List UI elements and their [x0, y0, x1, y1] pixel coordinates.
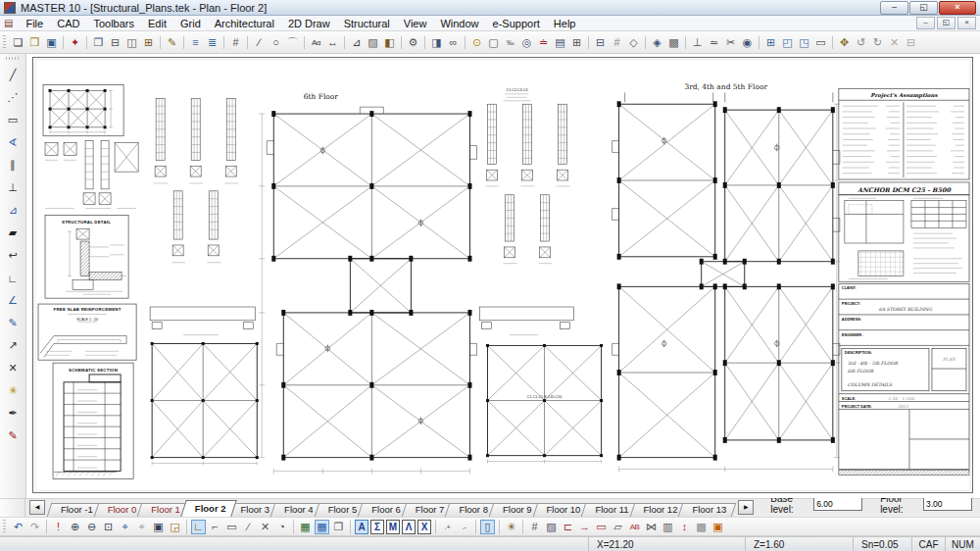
menu-architectural[interactable]: Architectural [208, 18, 281, 29]
panel-c-icon[interactable]: ◳ [797, 34, 811, 50]
ab-label-icon[interactable]: AB [627, 520, 642, 534]
document-icon[interactable]: ▤ [4, 18, 13, 28]
intersect-icon[interactable]: ✕ [6, 361, 21, 376]
level-mark-icon[interactable]: ≐ [536, 34, 551, 50]
menu-structural[interactable]: Structural [337, 18, 397, 29]
grid-icon[interactable]: # [228, 34, 243, 50]
pan-icon[interactable]: ✥ [837, 34, 852, 50]
zoom-window-icon[interactable]: ⊡ [101, 520, 116, 534]
grid-table-icon[interactable]: ▦ [315, 520, 329, 534]
mouse-mode-icon[interactable]: ▯ [480, 520, 495, 534]
protractor-icon[interactable]: ◔ [274, 520, 289, 534]
status-caf-toggle[interactable]: CAF [911, 537, 945, 551]
redraw-icon[interactable]: ◲ [168, 520, 182, 534]
extend-line-icon[interactable]: ↗ [6, 338, 21, 353]
delete-icon[interactable]: ✕ [887, 34, 902, 50]
rotate-cw-icon[interactable]: ↻ [870, 34, 885, 50]
calculator-icon[interactable]: ⊞ [569, 34, 584, 50]
menu-view[interactable]: View [397, 18, 434, 29]
open-file-icon[interactable]: ❒ [27, 34, 42, 50]
menu-window[interactable]: Window [433, 18, 485, 29]
redo-icon[interactable]: ↷ [27, 520, 42, 534]
keynote-icon[interactable]: ‰ [503, 34, 517, 50]
tab-floor-13[interactable]: Floor 13 [680, 503, 734, 517]
ruler-icon[interactable]: ▭ [224, 520, 239, 534]
minimize-button[interactable]: – [880, 1, 908, 15]
red-pen-icon[interactable]: ✎ [6, 428, 21, 443]
pen-blue-icon[interactable]: ✎ [6, 316, 21, 330]
menu-edit[interactable]: Edit [141, 18, 173, 29]
arrow-tool-icon[interactable]: → [577, 520, 592, 534]
restore-button[interactable]: ◱ [909, 1, 938, 15]
view-3d-icon[interactable]: ◇ [626, 34, 641, 50]
draw-line-icon[interactable]: ╱ [6, 68, 21, 82]
link-icon[interactable]: ∞ [446, 34, 461, 50]
cut-icon[interactable]: ✂ [723, 34, 738, 50]
join-icon[interactable]: ⋈ [644, 520, 659, 534]
print-preview-icon[interactable]: ◫ [124, 34, 139, 50]
dropper-icon[interactable]: ✒ [6, 406, 21, 421]
letter-m-button[interactable]: M [386, 520, 400, 534]
tab-floor-2[interactable]: Floor 2 [183, 500, 234, 517]
menu-toolbars[interactable]: Toolbars [86, 18, 141, 29]
letter-lambda-button[interactable]: Λ [402, 520, 416, 534]
copy-entity-icon[interactable]: ❐ [331, 520, 346, 534]
letter-sigma-button[interactable]: Σ [370, 520, 384, 534]
table-icon[interactable]: ▤ [553, 34, 567, 50]
arc-tool-icon[interactable]: ⌒ [285, 34, 300, 50]
fill-icon[interactable]: ◧ [382, 34, 397, 50]
circle-tool-icon[interactable]: ○ [269, 34, 283, 50]
printer-frames-icon[interactable]: ⊟ [593, 34, 608, 50]
panel-a-icon[interactable]: ⊞ [763, 34, 778, 50]
tab-scroll-left-button[interactable]: ◀ [29, 500, 45, 515]
node-cross-icon[interactable]: ✕ [258, 520, 272, 534]
print-icon[interactable]: ⊟ [108, 34, 122, 50]
axis-icon[interactable]: ⊿ [349, 34, 364, 50]
tab-floor-minus-1[interactable]: Floor -1 [49, 503, 101, 517]
floor-level-input[interactable] [923, 497, 972, 511]
angle-tool-icon[interactable]: ∠ [6, 293, 21, 308]
materials-icon[interactable]: ▩ [666, 34, 681, 50]
cpb-stamp-icon[interactable]: ✦ [68, 34, 82, 50]
panel-b-icon[interactable]: ◰ [780, 34, 795, 50]
zoom-dynamic-icon[interactable]: ⌖ [118, 520, 132, 534]
sketch-pen-icon[interactable]: ✎ [165, 34, 179, 50]
comment-icon[interactable]: ▭ [813, 34, 828, 50]
copy-icon[interactable]: ❐ [91, 34, 106, 50]
zoom-region-icon[interactable]: ▢ [486, 34, 501, 50]
zoom-previous-icon[interactable]: ⌖ [134, 520, 149, 534]
flip-icon[interactable]: ↕ [677, 520, 692, 534]
point-plus-icon[interactable]: .+ [440, 520, 455, 534]
letter-a-button[interactable]: A [355, 520, 368, 534]
eraser-icon[interactable]: ▰ [6, 225, 21, 240]
hatch-library-icon[interactable]: ▨ [366, 34, 380, 50]
menu-e-support[interactable]: e-Support [486, 18, 547, 29]
hatch-tool-icon[interactable]: ▨ [544, 520, 559, 534]
detail-list-icon[interactable]: ≣ [205, 34, 220, 50]
child-restore-button[interactable]: ◱ [937, 17, 956, 29]
frame-grid-icon[interactable]: # [610, 34, 624, 50]
rotate-ccw-icon[interactable]: ↺ [854, 34, 868, 50]
child-close-button[interactable]: × [957, 17, 976, 29]
regen-icon[interactable]: ! [51, 520, 66, 534]
child-minimize-button[interactable]: – [916, 17, 935, 29]
corner-line-icon[interactable]: ∟ [6, 271, 21, 285]
anchor-icon[interactable]: ⊥ [690, 34, 705, 50]
dimension-icon[interactable]: ↔ [325, 34, 340, 50]
zoom-in-icon[interactable]: ⊕ [68, 520, 82, 534]
parallel-line-icon[interactable]: ∥ [6, 158, 21, 173]
box-target-icon[interactable]: ▣ [710, 520, 725, 534]
zoom-extents-icon[interactable]: ▣ [151, 520, 166, 534]
close-button[interactable]: × [939, 1, 976, 15]
layer-list-icon[interactable]: ≡ [188, 34, 203, 50]
status-num-toggle[interactable]: NUM [945, 537, 980, 551]
columns-icon[interactable]: ▥ [661, 520, 675, 534]
edit-table-icon[interactable]: ▦ [298, 520, 313, 534]
menu-help[interactable]: Help [547, 18, 583, 29]
pattern-icon[interactable]: ▩ [694, 520, 709, 534]
undo-icon[interactable]: ↶ [11, 520, 25, 534]
measure-triangle-icon[interactable]: ⊿ [6, 203, 21, 218]
base-level-input[interactable] [813, 497, 862, 511]
letter-x-button[interactable]: X [417, 520, 431, 534]
draw-rectangle-icon[interactable]: ▭ [6, 113, 21, 127]
